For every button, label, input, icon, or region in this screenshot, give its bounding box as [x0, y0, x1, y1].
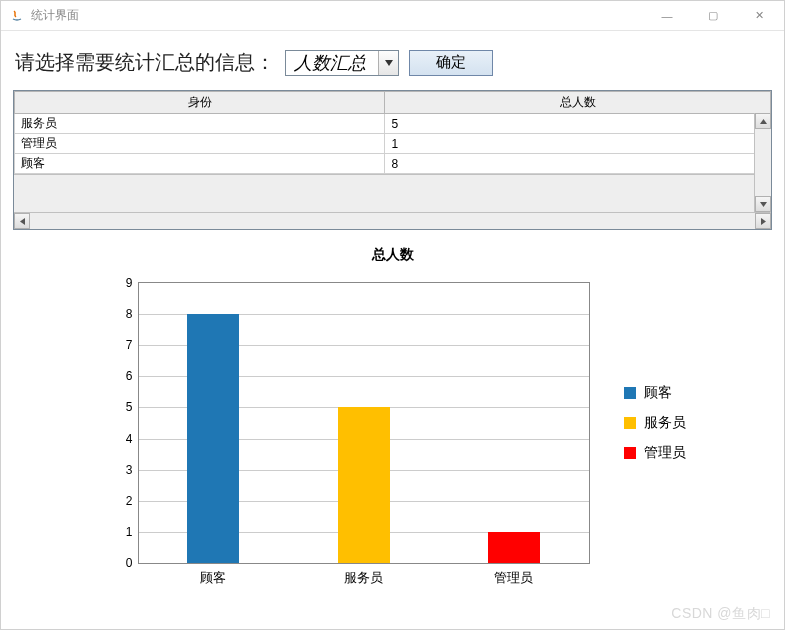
x-tick-label: 管理员 [494, 569, 533, 587]
y-tick: 3 [126, 463, 133, 477]
y-tick: 4 [126, 432, 133, 446]
y-tick: 2 [126, 494, 133, 508]
legend-item: 顾客 [624, 384, 686, 402]
table-header-role[interactable]: 身份 [15, 92, 385, 114]
java-icon [9, 8, 25, 24]
scroll-left-icon[interactable] [14, 213, 30, 229]
chart-legend: 顾客服务员管理员 [624, 384, 686, 474]
scroll-up-icon[interactable] [755, 113, 771, 129]
table-row[interactable]: 服务员 5 [15, 114, 771, 134]
legend-label: 管理员 [644, 444, 686, 462]
window-minimize-button[interactable]: — [644, 1, 690, 31]
vertical-scrollbar[interactable] [754, 113, 771, 212]
prompt-label: 请选择需要统计汇总的信息： [15, 49, 275, 76]
scroll-right-icon[interactable] [755, 213, 771, 229]
cell-role[interactable]: 顾客 [15, 154, 385, 174]
table-row[interactable]: 顾客 8 [15, 154, 771, 174]
x-tick-label: 服务员 [344, 569, 383, 587]
cell-role[interactable]: 管理员 [15, 134, 385, 154]
cell-count[interactable]: 8 [385, 154, 771, 174]
chart-area: 总人数 0123456789顾客服务员管理员 顾客服务员管理员 [13, 246, 772, 594]
y-tick: 0 [126, 556, 133, 570]
y-tick: 9 [126, 276, 133, 290]
table-header-count[interactable]: 总人数 [385, 92, 771, 114]
y-tick: 1 [126, 525, 133, 539]
bar [488, 532, 540, 563]
y-tick: 7 [126, 338, 133, 352]
y-tick: 5 [126, 400, 133, 414]
legend-label: 顾客 [644, 384, 672, 402]
cell-role[interactable]: 服务员 [15, 114, 385, 134]
chart-title: 总人数 [372, 246, 414, 264]
legend-item: 管理员 [624, 444, 686, 462]
legend-item: 服务员 [624, 414, 686, 432]
window-close-button[interactable]: ✕ [736, 1, 782, 31]
filter-row: 请选择需要统计汇总的信息： 人数汇总 确定 [13, 49, 772, 76]
legend-label: 服务员 [644, 414, 686, 432]
cell-count[interactable]: 1 [385, 134, 771, 154]
watermark: CSDN @鱼肉□ [671, 605, 770, 623]
legend-swatch [624, 447, 636, 459]
confirm-button[interactable]: 确定 [409, 50, 493, 76]
title-bar: 统计界面 — ▢ ✕ [1, 1, 784, 31]
legend-swatch [624, 387, 636, 399]
y-tick: 6 [126, 369, 133, 383]
bar [338, 407, 390, 563]
combo-selected-value: 人数汇总 [286, 51, 378, 75]
window-maximize-button[interactable]: ▢ [690, 1, 736, 31]
bar [187, 314, 239, 563]
x-tick-label: 顾客 [200, 569, 226, 587]
results-table: 身份 总人数 服务员 5 管理员 1 顾客 8 [13, 90, 772, 230]
table-row[interactable]: 管理员 1 [15, 134, 771, 154]
legend-swatch [624, 417, 636, 429]
horizontal-scrollbar[interactable] [14, 212, 771, 229]
window-title: 统计界面 [31, 7, 79, 24]
bar-chart: 0123456789顾客服务员管理员 [100, 274, 600, 594]
y-tick: 8 [126, 307, 133, 321]
stat-type-combo[interactable]: 人数汇总 [285, 50, 399, 76]
chevron-down-icon[interactable] [378, 51, 398, 75]
cell-count[interactable]: 5 [385, 114, 771, 134]
scroll-down-icon[interactable] [755, 196, 771, 212]
